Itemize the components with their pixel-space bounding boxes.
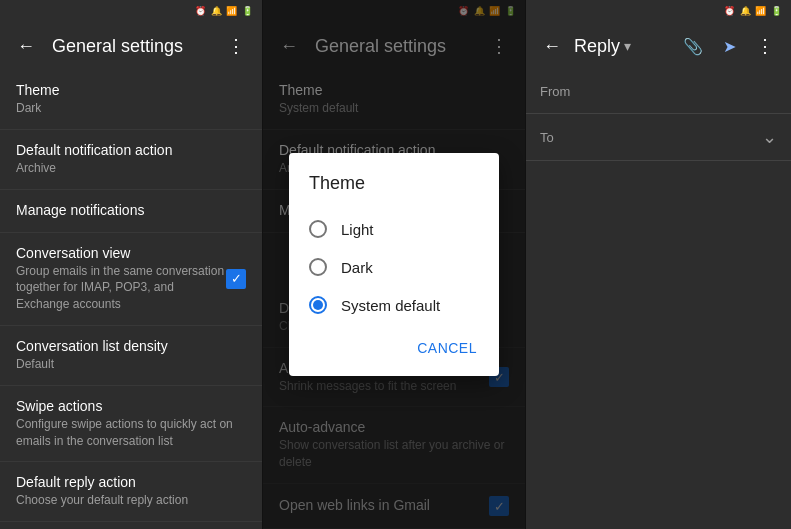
settings-item-notification-action-title: Default notification action xyxy=(16,142,246,158)
more-button-1[interactable]: ⋮ xyxy=(222,32,250,60)
back-button-1[interactable]: ← xyxy=(12,32,40,60)
settings-item-list-density[interactable]: Conversation list density Default xyxy=(0,326,262,386)
settings-item-default-reply-subtitle: Choose your default reply action xyxy=(16,492,246,509)
radio-item-light[interactable]: Light xyxy=(289,210,499,248)
radio-circle-light xyxy=(309,220,327,238)
status-icons-1: ⏰ 🔔 📶 🔋 xyxy=(195,6,254,16)
settings-item-list-density-subtitle: Default xyxy=(16,356,246,373)
reply-title: Reply xyxy=(574,36,620,57)
expand-icon[interactable]: ⌄ xyxy=(762,126,777,148)
reply-title-wrap: Reply ▾ xyxy=(574,36,671,57)
panel-general-settings-2: ⏰ 🔔 📶 🔋 ← General settings ⋮ Theme Syste… xyxy=(263,0,526,529)
app-bar-1: ← General settings ⋮ xyxy=(0,22,262,70)
radio-label-dark: Dark xyxy=(341,259,373,276)
radio-label-system: System default xyxy=(341,297,440,314)
app-bar-title-1: General settings xyxy=(52,36,210,57)
settings-item-swipe-actions-title: Swipe actions xyxy=(16,398,246,414)
attach-button[interactable]: 📎 xyxy=(679,32,707,60)
modal-title: Theme xyxy=(289,173,499,210)
panel-general-settings-1: ⏰ 🔔 📶 🔋 ← General settings ⋮ Theme Dark … xyxy=(0,0,263,529)
settings-item-swipe-actions-subtitle: Configure swipe actions to quickly act o… xyxy=(16,416,246,450)
status-icons-3: ⏰ 🔔 📶 🔋 xyxy=(724,6,783,16)
settings-item-auto-fit[interactable]: Auto-fit messages Shrink messages to fit… xyxy=(0,522,262,529)
reply-to-field[interactable]: To ⌄ xyxy=(526,114,791,161)
status-bar-1: ⏰ 🔔 📶 🔋 xyxy=(0,0,262,22)
more-button-3[interactable]: ⋮ xyxy=(751,32,779,60)
reply-back-button[interactable]: ← xyxy=(538,32,566,60)
reply-dropdown-icon[interactable]: ▾ xyxy=(624,38,631,54)
radio-item-dark[interactable]: Dark xyxy=(289,248,499,286)
radio-circle-dark xyxy=(309,258,327,276)
settings-item-theme-title: Theme xyxy=(16,82,246,98)
settings-item-conversation-view[interactable]: Conversation view Group emails in the sa… xyxy=(0,233,262,326)
reply-action-icons: 📎 ➤ ⋮ xyxy=(679,32,779,60)
reply-app-bar: ← Reply ▾ 📎 ➤ ⋮ xyxy=(526,22,791,70)
radio-circle-system xyxy=(309,296,327,314)
reply-body: From To ⌄ xyxy=(526,70,791,529)
reply-to-label: To xyxy=(540,130,576,145)
theme-modal: Theme Light Dark System default Cancel xyxy=(289,153,499,376)
reply-from-label: From xyxy=(540,84,576,99)
modal-overlay: Theme Light Dark System default Cancel xyxy=(263,0,525,529)
settings-item-theme[interactable]: Theme Dark xyxy=(0,70,262,130)
settings-item-notification-action[interactable]: Default notification action Archive xyxy=(0,130,262,190)
settings-list-1: Theme Dark Default notification action A… xyxy=(0,70,262,529)
settings-item-conversation-view-subtitle: Group emails in the same conversation to… xyxy=(16,263,226,313)
reply-compose-area[interactable] xyxy=(526,161,791,529)
radio-label-light: Light xyxy=(341,221,374,238)
panel-reply: ⏰ 🔔 📶 🔋 ← Reply ▾ 📎 ➤ ⋮ From To ⌄ xyxy=(526,0,791,529)
settings-item-manage-notifications[interactable]: Manage notifications xyxy=(0,190,262,233)
status-bar-3: ⏰ 🔔 📶 🔋 xyxy=(526,0,791,22)
conversation-view-checkbox[interactable]: ✓ xyxy=(226,269,246,289)
modal-cancel-button[interactable]: Cancel xyxy=(407,332,487,364)
reply-from-field[interactable]: From xyxy=(526,70,791,114)
radio-item-system[interactable]: System default xyxy=(289,286,499,324)
settings-item-default-reply-title: Default reply action xyxy=(16,474,246,490)
settings-item-list-density-title: Conversation list density xyxy=(16,338,246,354)
settings-item-notification-action-subtitle: Archive xyxy=(16,160,246,177)
settings-item-default-reply[interactable]: Default reply action Choose your default… xyxy=(0,462,262,522)
settings-item-conversation-view-title: Conversation view xyxy=(16,245,226,261)
settings-item-theme-subtitle: Dark xyxy=(16,100,246,117)
send-button[interactable]: ➤ xyxy=(715,32,743,60)
settings-item-manage-notifications-title: Manage notifications xyxy=(16,202,246,218)
modal-actions: Cancel xyxy=(289,324,499,368)
settings-item-swipe-actions[interactable]: Swipe actions Configure swipe actions to… xyxy=(0,386,262,463)
